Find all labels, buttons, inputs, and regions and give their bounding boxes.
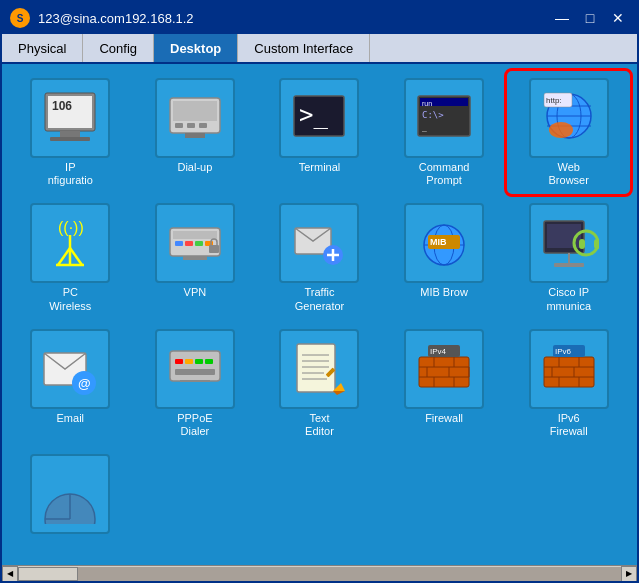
main-window: S 123@sina.com192.168.1.2 — □ ✕ Physical… <box>0 0 639 583</box>
svg-marker-73 <box>333 391 345 395</box>
icons-grid: 106 IPnfiguratio <box>2 64 637 565</box>
tab-desktop[interactable]: Desktop <box>154 34 238 62</box>
icon-label-mib-browser: MIB Brow <box>420 286 468 299</box>
maximize-button[interactable]: □ <box>579 7 601 29</box>
svg-line-28 <box>58 248 70 265</box>
svg-text:((·)): ((·)) <box>58 219 84 236</box>
svg-rect-10 <box>185 133 205 138</box>
svg-rect-6 <box>173 101 217 121</box>
icon-dial-up[interactable]: Dial-up <box>135 72 256 193</box>
command-prompt-svg: run C:\> _ <box>414 88 474 148</box>
svg-rect-58 <box>170 351 220 381</box>
icon-firewall[interactable]: IPv4 Firewall <box>384 323 505 444</box>
icon-label-command-prompt: CommandPrompt <box>419 161 470 187</box>
tab-config[interactable]: Config <box>83 34 154 62</box>
icon-pppoe-dialer[interactable]: PPPoEDialer <box>135 323 256 444</box>
tab-physical[interactable]: Physical <box>2 34 83 62</box>
svg-rect-35 <box>195 241 203 246</box>
icon-text-editor[interactable]: TextEditor <box>259 323 380 444</box>
svg-rect-60 <box>185 359 193 364</box>
icon-box-pc-wireless: ((·)) <box>30 203 110 283</box>
svg-text:IPv4: IPv4 <box>430 347 447 356</box>
svg-rect-61 <box>195 359 203 364</box>
icon-box-vpn <box>155 203 235 283</box>
icon-label-vpn: VPN <box>184 286 207 299</box>
cisco-ip-svg <box>539 213 599 273</box>
icon-partial[interactable] <box>10 448 131 543</box>
icon-web-browser[interactable]: http: WebBrowser <box>508 72 629 193</box>
icon-box-web-browser: http: <box>529 78 609 158</box>
scroll-thumb[interactable] <box>18 567 78 581</box>
dial-up-svg <box>165 88 225 148</box>
tab-bar: Physical Config Desktop Custom Interface <box>2 34 637 64</box>
terminal-svg: >_ <box>289 88 349 148</box>
firewall-svg: IPv4 <box>414 339 474 399</box>
svg-text:IPv6: IPv6 <box>555 347 572 356</box>
icon-label-ip-config: IPnfiguratio <box>48 161 93 187</box>
icon-label-terminal: Terminal <box>299 161 341 174</box>
svg-text:106: 106 <box>52 99 72 113</box>
icon-box-command-prompt: run C:\> _ <box>404 78 484 158</box>
svg-rect-37 <box>183 256 207 260</box>
scroll-right-button[interactable]: ▶ <box>621 566 637 582</box>
traffic-gen-svg <box>289 213 349 273</box>
svg-rect-51 <box>579 239 585 249</box>
svg-rect-33 <box>175 241 183 246</box>
close-button[interactable]: ✕ <box>607 7 629 29</box>
tab-custom-interface[interactable]: Custom Interface <box>238 34 370 62</box>
icon-box-partial <box>30 454 110 534</box>
svg-rect-9 <box>199 123 207 128</box>
icon-ipv6-firewall[interactable]: IPv6 IPv6Firewall <box>508 323 629 444</box>
svg-rect-8 <box>187 123 195 128</box>
window-title: 123@sina.com192.168.1.2 <box>38 11 194 26</box>
partial-svg <box>40 464 100 524</box>
svg-line-29 <box>70 248 82 265</box>
icon-mib-browser[interactable]: MIB MIB Brow <box>384 197 505 318</box>
icon-traffic-generator[interactable]: TrafficGenerator <box>259 197 380 318</box>
horizontal-scrollbar[interactable]: ◀ ▶ <box>2 565 637 581</box>
icon-label-pc-wireless: PCWireless <box>49 286 91 312</box>
svg-text:C:\>: C:\> <box>422 110 444 120</box>
icon-vpn[interactable]: VPN <box>135 197 256 318</box>
svg-rect-7 <box>175 123 183 128</box>
icon-ip-config[interactable]: 106 IPnfiguratio <box>10 72 131 193</box>
app-icon: S <box>10 8 30 28</box>
icon-cisco-ip[interactable]: Cisco IPmmunica <box>508 197 629 318</box>
icon-label-pppoe-dialer: PPPoEDialer <box>177 412 212 438</box>
svg-point-23 <box>549 122 573 138</box>
svg-rect-38 <box>209 245 219 253</box>
icon-terminal[interactable]: >_ Terminal <box>259 72 380 193</box>
minimize-button[interactable]: — <box>551 7 573 29</box>
icon-box-ipv6-firewall: IPv6 <box>529 329 609 409</box>
icon-box-dial-up <box>155 78 235 158</box>
svg-rect-65 <box>297 344 335 392</box>
icon-command-prompt[interactable]: run C:\> _ CommandPrompt <box>384 72 505 193</box>
svg-text:MIB: MIB <box>430 237 447 247</box>
icon-box-ip-config: 106 <box>30 78 110 158</box>
scroll-track[interactable] <box>18 567 621 581</box>
icon-label-email: Email <box>57 412 85 425</box>
pppoe-svg <box>165 339 225 399</box>
svg-text:http:: http: <box>546 96 562 105</box>
svg-text:@: @ <box>78 376 91 391</box>
content-area: 106 IPnfiguratio <box>2 64 637 581</box>
svg-rect-52 <box>594 239 599 249</box>
icon-label-dial-up: Dial-up <box>177 161 212 174</box>
icon-label-ipv6-firewall: IPv6Firewall <box>550 412 588 438</box>
vpn-svg <box>165 213 225 273</box>
icon-pc-wireless[interactable]: ((·)) PCWireless <box>10 197 131 318</box>
ip-config-svg: 106 <box>40 88 100 148</box>
icon-box-pppoe-dialer <box>155 329 235 409</box>
icon-email[interactable]: @ Email <box>10 323 131 444</box>
icon-box-mib-browser: MIB <box>404 203 484 283</box>
svg-rect-34 <box>185 241 193 246</box>
icon-box-text-editor <box>279 329 359 409</box>
svg-rect-4 <box>50 137 90 141</box>
icon-label-text-editor: TextEditor <box>305 412 334 438</box>
icon-box-cisco-ip <box>529 203 609 283</box>
svg-rect-63 <box>175 369 215 375</box>
icon-label-firewall: Firewall <box>425 412 463 425</box>
svg-text:run: run <box>422 100 432 107</box>
scroll-left-button[interactable]: ◀ <box>2 566 18 582</box>
svg-text:>_: >_ <box>299 101 328 129</box>
